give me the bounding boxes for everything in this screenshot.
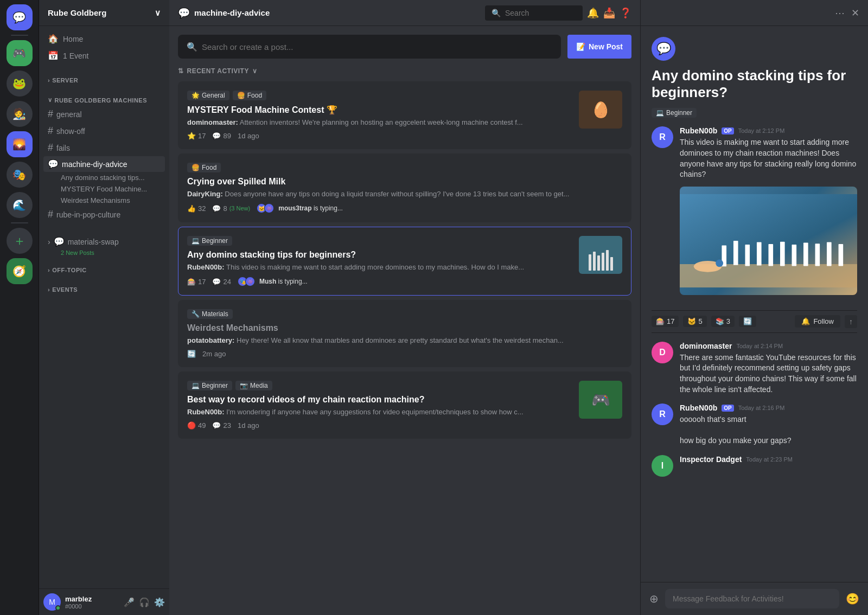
post-time-record: 1d ago bbox=[238, 421, 259, 430]
post-card-domino[interactable]: 💻 Beginner Any domino stacking tips for … bbox=[178, 227, 631, 296]
server-icon-5[interactable]: 🎭 bbox=[7, 162, 33, 188]
channel-show-off[interactable]: # show-off bbox=[43, 123, 165, 139]
notifications-icon[interactable]: 🔔 bbox=[587, 7, 599, 19]
stars-item: ⭐ 17 bbox=[187, 132, 206, 140]
post-card-mystery-food[interactable]: 🌟 General 🍔 Food MYSTERY Food Machine Co… bbox=[178, 81, 631, 149]
reaction-count-3: 3 bbox=[726, 317, 730, 325]
section-header-off-topic[interactable]: › OFF-TOPIC bbox=[43, 267, 165, 273]
tag-food-icon: 🍔 bbox=[237, 92, 245, 99]
new-post-icon: 📝 bbox=[576, 42, 585, 51]
right-panel: ⋯ ✕ 💬 Any domino stacking tips for begin… bbox=[640, 0, 868, 615]
reaction-slot-1[interactable]: 🎰 17 bbox=[652, 316, 679, 327]
post-card-mystery-food-content: 🌟 General 🍔 Food MYSTERY Food Machine Co… bbox=[187, 91, 572, 140]
server-dropdown-icon[interactable]: ∨ bbox=[155, 8, 161, 18]
message-input[interactable] bbox=[665, 589, 839, 608]
share-button[interactable]: ↑ bbox=[845, 315, 857, 328]
search-input[interactable] bbox=[505, 9, 570, 17]
server-icon-1[interactable]: 🎮 bbox=[7, 40, 33, 66]
post-preview-milk: DairyKing: Does anyone have any tips on … bbox=[187, 190, 579, 198]
add-message-icon[interactable]: ⊕ bbox=[649, 592, 659, 605]
server-icon-3[interactable]: 🧑‍🎨 bbox=[7, 101, 33, 127]
forum-icon: 💬 bbox=[48, 159, 59, 169]
server-header[interactable]: Rube Goldberg ∨ bbox=[39, 0, 169, 26]
comment-content-ruben00b-2: RubeN00b OP Today at 2:16 PM oooooh that… bbox=[680, 403, 857, 446]
follow-label: Follow bbox=[813, 317, 834, 325]
tag-beginner-domino-icon: 💻 bbox=[192, 237, 200, 245]
discord-home-button[interactable]: 💬 bbox=[7, 4, 33, 30]
comment-author-ruben00b-2: RubeN00b bbox=[680, 403, 717, 412]
channel-section-materials: › 💬 materials-swap 2 New Posts bbox=[39, 225, 169, 258]
server-icon-4-active[interactable]: 🌄 bbox=[7, 131, 33, 157]
user-avatar-wrapper: M bbox=[43, 593, 61, 611]
dropdown-arrow[interactable]: ∨ bbox=[252, 67, 258, 75]
comments-count-milk: 8 bbox=[223, 204, 227, 213]
help-icon[interactable]: ❓ bbox=[620, 7, 631, 19]
post-preview-domino: RubeN00b: This video is making me want t… bbox=[187, 263, 534, 271]
settings-icon[interactable]: ⚙️ bbox=[154, 597, 165, 607]
reactions-item-milk: 👍 32 bbox=[187, 204, 206, 213]
comment-text-ruben00b-1: This video is making me want to start ad… bbox=[680, 137, 857, 180]
share-icon: ↑ bbox=[849, 317, 853, 326]
emoji-picker-button[interactable]: 😊 bbox=[846, 592, 859, 605]
svg-point-14 bbox=[716, 259, 723, 267]
avatar-ruben00b-2: R bbox=[652, 403, 673, 425]
comment-author-inspector: Inspector Dadget bbox=[680, 455, 742, 464]
tag-general-icon: 🌟 bbox=[192, 92, 200, 99]
post-card-domino-inner: 💻 Beginner Any domino stacking tips for … bbox=[187, 236, 622, 286]
server-icon-6[interactable]: 🌊 bbox=[7, 192, 33, 218]
channel-general-label: general bbox=[56, 110, 82, 119]
post-card-milk[interactable]: 🍔 Food Crying over Spilled Milk DairyKin… bbox=[178, 153, 631, 222]
channel-fails[interactable]: # fails bbox=[43, 139, 165, 156]
username-area: marblez #0000 bbox=[65, 595, 119, 610]
reaction-slot-2[interactable]: 🐱 5 bbox=[683, 316, 706, 327]
section-header-server[interactable]: › SERVER bbox=[43, 77, 165, 84]
thread-weirdest[interactable]: Weirdest Mechanisms bbox=[43, 195, 165, 206]
search-create-bar[interactable]: 🔍 bbox=[178, 35, 561, 59]
follow-button[interactable]: 🔔 Follow bbox=[795, 315, 840, 328]
channel-section-rube: ∨ RUBE GOLDBERG MACHINES # general # sho… bbox=[39, 88, 169, 225]
inbox-icon[interactable]: 📥 bbox=[603, 7, 615, 19]
discover-button[interactable]: 🧭 bbox=[7, 258, 33, 284]
headset-icon[interactable]: 🎧 bbox=[139, 597, 150, 607]
post-tags-mystery: 🌟 General 🍔 Food bbox=[187, 91, 572, 100]
thread-domino-stacking[interactable]: Any domino stacking tips... bbox=[43, 172, 165, 183]
comment-header-inspector: Inspector Dadget Today at 2:23 PM bbox=[680, 455, 857, 464]
right-panel-body: 💬 Any domino stacking tips for beginners… bbox=[641, 26, 868, 582]
sort-icon: ⇅ bbox=[178, 67, 184, 75]
svg-rect-12 bbox=[827, 242, 832, 266]
tag-media-icon: 📷 bbox=[240, 382, 248, 389]
sidebar-item-home[interactable]: 🏠 Home bbox=[43, 30, 165, 47]
more-options-icon[interactable]: ⋯ bbox=[835, 7, 845, 19]
add-server-button[interactable]: ＋ bbox=[7, 228, 33, 254]
section-header-events-sidebar[interactable]: › EVENTS bbox=[43, 286, 165, 293]
reaction-slot-3[interactable]: 📚 3 bbox=[711, 316, 735, 327]
microphone-icon[interactable]: 🎤 bbox=[124, 597, 135, 607]
reaction-add-btn[interactable]: 🔄 bbox=[739, 316, 756, 327]
section-header-rube[interactable]: ∨ RUBE GOLDBERG MACHINES bbox=[43, 97, 165, 104]
user-controls: 🎤 🎧 ⚙️ bbox=[124, 597, 165, 607]
channel-materials-swap[interactable]: › 💬 materials-swap bbox=[43, 234, 165, 249]
sidebar-item-home-label: Home bbox=[63, 35, 83, 43]
materials-new-posts: 2 New Posts bbox=[43, 249, 165, 256]
domino-piece-6 bbox=[610, 257, 613, 271]
new-post-button[interactable]: 📝 New Post bbox=[567, 35, 631, 59]
close-icon[interactable]: ✕ bbox=[851, 7, 859, 19]
tag-food: 🍔 Food bbox=[233, 91, 266, 100]
search-create-input[interactable] bbox=[202, 42, 552, 52]
channel-machine-diy[interactable]: 💬 machine-diy-advice bbox=[43, 156, 165, 172]
post-card-weirdest[interactable]: 🔧 Materials Weirdest Mechanisms potatoba… bbox=[178, 300, 631, 367]
channel-general[interactable]: # general bbox=[43, 106, 165, 123]
sidebar-item-events[interactable]: 📅 1 Event bbox=[43, 47, 165, 64]
op-badge-2: OP bbox=[722, 405, 733, 412]
domino-piece-3 bbox=[597, 255, 600, 271]
reaction-count-1: 17 bbox=[667, 317, 674, 325]
comment-time-inspector: Today at 2:23 PM bbox=[746, 456, 793, 463]
channel-pop-culture[interactable]: # rube-in-pop-culture bbox=[43, 206, 165, 223]
post-card-record[interactable]: 💻 Beginner 📷 Media Best way to record vi… bbox=[178, 371, 631, 439]
comments-count: 89 bbox=[223, 132, 231, 140]
right-panel-post-tag: 💻 Beginner bbox=[652, 108, 697, 118]
server-icon-2[interactable]: 🐸 bbox=[7, 71, 33, 97]
search-box[interactable]: 🔍 bbox=[485, 5, 583, 21]
thread-mystery-food[interactable]: MYSTERY Food Machine... bbox=[43, 183, 165, 195]
comment-header-ruben00b-2: RubeN00b OP Today at 2:16 PM bbox=[680, 403, 857, 412]
